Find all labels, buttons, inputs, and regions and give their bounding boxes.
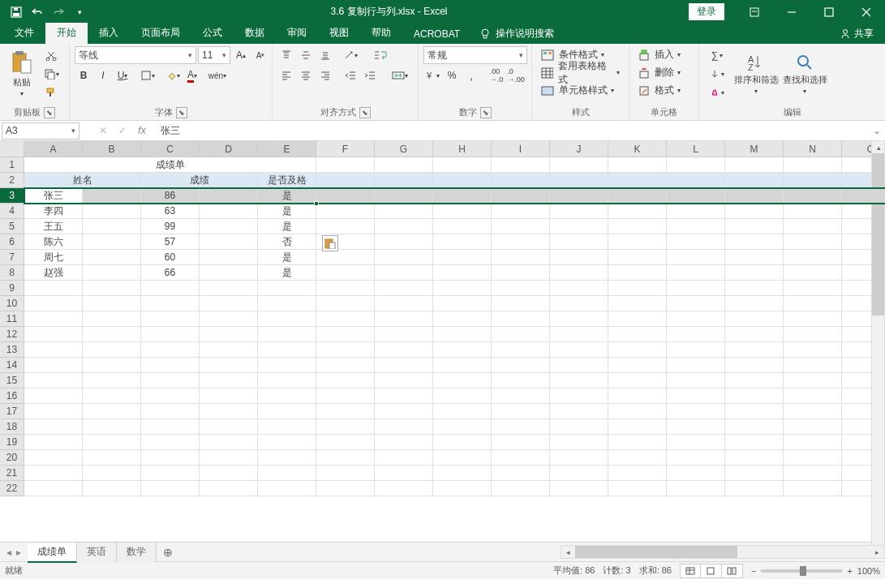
- page-layout-view-button[interactable]: [701, 564, 722, 578]
- cell-G18[interactable]: [375, 419, 433, 435]
- cell-E2[interactable]: 是否及格: [258, 173, 316, 188]
- row-header-1[interactable]: 1: [0, 157, 24, 173]
- cell-A11[interactable]: [24, 311, 83, 327]
- cell-M22[interactable]: [725, 481, 784, 496]
- cell-B11[interactable]: [83, 311, 141, 327]
- cell-B19[interactable]: [83, 435, 141, 450]
- cell-E12[interactable]: [258, 327, 316, 342]
- cell-F14[interactable]: [316, 358, 375, 373]
- cell-B10[interactable]: [83, 296, 141, 311]
- cell-C15[interactable]: [141, 373, 200, 388]
- row-header-6[interactable]: 6: [0, 234, 24, 250]
- tab-help[interactable]: 帮助: [360, 23, 402, 44]
- col-header-M[interactable]: M: [725, 141, 784, 157]
- cell-G4[interactable]: [375, 204, 433, 219]
- cell-I21[interactable]: [492, 466, 550, 481]
- redo-button[interactable]: [49, 3, 68, 21]
- cell-A12[interactable]: [24, 327, 83, 342]
- formula-bar[interactable]: 张三: [156, 124, 869, 138]
- worksheet[interactable]: ABCDEFGHIJKLMNO 123456789101112131415161…: [0, 141, 885, 542]
- cell-M14[interactable]: [725, 358, 784, 373]
- border-button[interactable]: ▾: [139, 67, 157, 84]
- cell-H9[interactable]: [433, 281, 492, 296]
- cell-F20[interactable]: [316, 450, 375, 466]
- cell-F19[interactable]: [316, 435, 375, 450]
- cell-L8[interactable]: [667, 265, 725, 281]
- col-header-J[interactable]: J: [550, 141, 608, 157]
- cell-M17[interactable]: [725, 404, 784, 419]
- cell-M21[interactable]: [725, 466, 784, 481]
- cell-L1[interactable]: [667, 157, 725, 173]
- clear-button[interactable]: ▾: [704, 84, 730, 101]
- row-header-11[interactable]: 11: [0, 311, 24, 327]
- cell-F21[interactable]: [316, 466, 375, 481]
- zoom-out-button[interactable]: −: [751, 566, 756, 576]
- cell-M10[interactable]: [725, 296, 784, 311]
- cell-I3[interactable]: [492, 188, 550, 204]
- cell-F8[interactable]: [316, 265, 375, 281]
- cell-F10[interactable]: [316, 296, 375, 311]
- tab-formulas[interactable]: 公式: [191, 23, 234, 44]
- cell-I13[interactable]: [492, 342, 550, 358]
- cell-styles-button[interactable]: 单元格样式▾: [537, 82, 618, 99]
- cell-A13[interactable]: [24, 342, 83, 358]
- cell-L15[interactable]: [667, 373, 725, 388]
- align-right-button[interactable]: [316, 67, 334, 84]
- cell-N2[interactable]: [784, 173, 842, 188]
- cell-H18[interactable]: [433, 419, 492, 435]
- sheet-tab-2[interactable]: 数学: [117, 542, 157, 563]
- cell-F11[interactable]: [316, 311, 375, 327]
- cell-H13[interactable]: [433, 342, 492, 358]
- cell-M13[interactable]: [725, 342, 784, 358]
- cell-J20[interactable]: [550, 450, 608, 466]
- col-header-A[interactable]: A: [24, 141, 83, 157]
- col-header-B[interactable]: B: [83, 141, 141, 157]
- cell-J2[interactable]: [550, 173, 608, 188]
- cell-E9[interactable]: [258, 281, 316, 296]
- cell-M3[interactable]: [725, 188, 784, 204]
- cell-M7[interactable]: [725, 250, 784, 265]
- cell-J3[interactable]: [550, 188, 608, 204]
- cell-N10[interactable]: [784, 296, 842, 311]
- cell-A1[interactable]: 成绩单: [24, 157, 316, 173]
- font-color-button[interactable]: A▾: [183, 67, 201, 84]
- new-sheet-button[interactable]: ⊕: [157, 546, 179, 559]
- cell-G5[interactable]: [375, 219, 433, 234]
- copy-button[interactable]: ▾: [42, 65, 60, 83]
- cell-H5[interactable]: [433, 219, 492, 234]
- cut-button[interactable]: [42, 46, 60, 64]
- cell-L20[interactable]: [667, 450, 725, 466]
- cell-D9[interactable]: [200, 281, 258, 296]
- cell-A14[interactable]: [24, 358, 83, 373]
- cell-H10[interactable]: [433, 296, 492, 311]
- cell-D16[interactable]: [200, 388, 258, 404]
- cell-F22[interactable]: [316, 481, 375, 496]
- cell-N17[interactable]: [784, 404, 842, 419]
- cell-E18[interactable]: [258, 419, 316, 435]
- cell-M16[interactable]: [725, 388, 784, 404]
- cell-F12[interactable]: [316, 327, 375, 342]
- cell-B8[interactable]: [83, 265, 141, 281]
- cell-J4[interactable]: [550, 204, 608, 219]
- sort-filter-button[interactable]: AZ 排序和筛选▾: [733, 46, 779, 101]
- cell-A22[interactable]: [24, 481, 83, 496]
- tab-layout[interactable]: 页面布局: [130, 23, 191, 44]
- align-center-button[interactable]: [297, 67, 315, 84]
- cell-K6[interactable]: [608, 234, 667, 250]
- cell-L14[interactable]: [667, 358, 725, 373]
- cell-F9[interactable]: [316, 281, 375, 296]
- cell-I16[interactable]: [492, 388, 550, 404]
- cell-D22[interactable]: [200, 481, 258, 496]
- font-size-combo[interactable]: 11▾: [198, 46, 230, 64]
- cell-M19[interactable]: [725, 435, 784, 450]
- cell-A17[interactable]: [24, 404, 83, 419]
- tab-review[interactable]: 审阅: [276, 23, 318, 44]
- cell-M12[interactable]: [725, 327, 784, 342]
- cell-I17[interactable]: [492, 404, 550, 419]
- cell-K16[interactable]: [608, 388, 667, 404]
- save-button[interactable]: [6, 3, 26, 21]
- fill-handle[interactable]: [314, 201, 319, 206]
- row-header-19[interactable]: 19: [0, 435, 24, 450]
- cell-L7[interactable]: [667, 250, 725, 265]
- cell-L2[interactable]: [667, 173, 725, 188]
